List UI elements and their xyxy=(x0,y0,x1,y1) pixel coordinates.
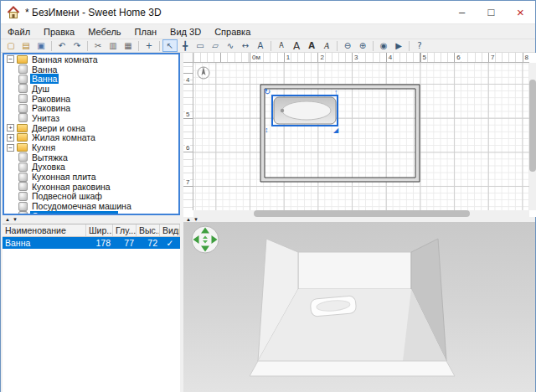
rotate-indicator-icon[interactable]: ↻ xyxy=(264,87,271,96)
tree-item-row[interactable]: Кухонная раковина xyxy=(4,182,178,192)
sink-icon xyxy=(18,94,28,103)
menu-bar: ФайлПравкаМебельПланВид 3DСправка xyxy=(1,24,535,39)
toolbar-bold-button[interactable]: A xyxy=(304,39,319,52)
tree-item-row[interactable]: Ванна xyxy=(4,74,178,84)
tree-category-row[interactable]: −Кухня xyxy=(4,142,178,152)
toolbar-create-dimensions-button[interactable]: ↔ xyxy=(238,39,253,52)
title-bar[interactable]: * БезИмени - Sweet Home 3D – □ × xyxy=(1,1,535,24)
furniture-list-panel[interactable]: НаименованиеШир...Глу...Выс...Видим... В… xyxy=(3,224,180,392)
scrollbar-thumb[interactable] xyxy=(254,210,470,217)
toolbar-pan-button[interactable]: ╋ xyxy=(178,39,193,52)
menu-help[interactable]: Справка xyxy=(208,26,257,38)
menu-furniture[interactable]: Мебель xyxy=(81,26,127,38)
elevation-indicator-icon[interactable]: ↑ xyxy=(334,88,338,96)
menu-view3d[interactable]: Вид 3D xyxy=(163,26,208,38)
plan-vertical-scrollbar[interactable] xyxy=(529,63,536,210)
toolbar-undo-button[interactable]: ↶ xyxy=(54,39,70,52)
tree-item-row[interactable]: Духовка xyxy=(4,162,178,173)
column-header[interactable]: Шир... xyxy=(86,224,113,236)
column-header[interactable]: Выс... xyxy=(137,224,160,236)
tree-item-row[interactable]: Раковина xyxy=(4,94,178,104)
close-button[interactable]: × xyxy=(506,1,535,24)
toolbar-decrease-text-size-button[interactable]: A xyxy=(274,39,289,52)
expand-node-icon[interactable]: + xyxy=(7,134,14,142)
tree-item-label: Жилая комната xyxy=(30,132,97,142)
app-icon xyxy=(7,6,20,19)
tree-item-row[interactable]: Унитаз xyxy=(4,113,178,123)
visible-checkbox[interactable]: ✓ xyxy=(160,237,180,249)
tree-item-row[interactable]: Вытяжка xyxy=(4,152,178,162)
tree-category-row[interactable]: +Жилая комната xyxy=(4,133,178,143)
toolbar-italic-button[interactable]: A xyxy=(319,39,334,52)
window-title: * БезИмени - Sweet Home 3D xyxy=(25,7,447,18)
tree-item-row[interactable]: Душ xyxy=(4,84,178,94)
tree-item-row[interactable]: Посудомоечная машина xyxy=(4,201,178,211)
toolbar-select-button[interactable]: ↖ xyxy=(162,39,178,52)
collapse-node-icon[interactable]: − xyxy=(7,55,14,63)
oven-icon xyxy=(18,162,28,172)
minimize-button[interactable]: – xyxy=(447,1,477,24)
bathtub-plan-item[interactable] xyxy=(274,97,336,124)
toolbar-zoom-out-button[interactable]: ⊖ xyxy=(340,39,355,52)
toolbar-save-button[interactable]: ▣ xyxy=(34,39,49,52)
tree-item-row[interactable]: Раковина xyxy=(4,103,178,113)
toolbar-zoom-in-button[interactable]: ⊕ xyxy=(355,39,370,52)
tree-item-label: Кухонная плита xyxy=(30,172,98,182)
toolbar-open-button[interactable]: ▤ xyxy=(18,39,34,52)
furniture-row[interactable]: Ванна1787772✓ xyxy=(3,237,180,249)
view3d-navigation-compass[interactable] xyxy=(190,224,220,255)
toolbar-separator xyxy=(373,41,374,51)
collapse-up-icon[interactable]: ▲ xyxy=(5,217,10,222)
toolbar-cut-button[interactable]: ✂ xyxy=(90,39,106,52)
front-wall-3d xyxy=(250,361,455,376)
main-toolbar: ▢▤▣↶↷✂▥▦+↖╋▭▱∿↔AAAAA⊖⊕◉▶? xyxy=(1,39,535,53)
toolbar-create-rooms-button[interactable]: ▱ xyxy=(208,39,223,52)
plan-compass[interactable] xyxy=(198,67,209,80)
folder-icon xyxy=(17,133,28,142)
catalog-list-splitter[interactable]: ▲ ▼ xyxy=(3,215,180,224)
cell-width: 178 xyxy=(86,237,113,249)
toolbar-separator xyxy=(51,41,52,51)
toolbar-separator xyxy=(409,41,410,51)
tree-item-label: Двери и окна xyxy=(30,123,87,133)
toolbar-add-texts-button[interactable]: A xyxy=(253,39,268,52)
resize-indicator-icon[interactable]: ◢ xyxy=(333,126,339,134)
toolbar-copy-button[interactable]: ▥ xyxy=(106,39,121,52)
ruler-label: 5 xyxy=(185,111,190,118)
toolbar-create-video-button[interactable]: ▶ xyxy=(391,39,406,52)
menu-plan[interactable]: План xyxy=(128,26,164,38)
menu-file[interactable]: Файл xyxy=(1,26,37,38)
toolbar-redo-button[interactable]: ↷ xyxy=(70,39,85,52)
toolbar-add-furniture-button[interactable]: + xyxy=(142,39,157,52)
tree-category-row[interactable]: −Ванная комната xyxy=(4,54,178,64)
toolbar-separator xyxy=(159,41,160,51)
toolbar-create-polylines-button[interactable]: ∿ xyxy=(223,39,238,52)
ruler-label: 8 xyxy=(524,54,529,61)
toolbar-new-button[interactable]: ▢ xyxy=(3,39,18,52)
collapse-down-icon[interactable]: ▼ xyxy=(13,217,18,222)
menu-edit[interactable]: Правка xyxy=(37,26,81,38)
toolbar-help-button[interactable]: ? xyxy=(412,39,427,52)
maximize-button[interactable]: □ xyxy=(477,1,506,24)
view3d-panel[interactable] xyxy=(183,222,535,392)
toolbar-increase-text-size-button[interactable]: A xyxy=(289,39,304,52)
scrollbar-thumb[interactable] xyxy=(529,80,536,172)
tree-item-row[interactable]: Кухонная плита xyxy=(4,172,178,182)
toolbar-create-walls-button[interactable]: ▭ xyxy=(193,39,208,52)
column-header[interactable]: Глу... xyxy=(113,224,137,236)
expand-node-icon[interactable]: + xyxy=(7,124,14,132)
toolbar-paste-button[interactable]: ▦ xyxy=(121,39,136,52)
column-header[interactable]: Видим... xyxy=(160,224,180,236)
plan-canvas[interactable]: ↻ ↑ ↕ ◢ xyxy=(193,63,529,210)
toolbar-create-photo-button[interactable]: ◉ xyxy=(376,39,391,52)
tree-category-row[interactable]: +Двери и окна xyxy=(4,123,178,133)
plan-panel: 0м12345678 4567 xyxy=(183,53,536,217)
tree-item-row[interactable]: Подвесной шкаф xyxy=(4,192,178,202)
furniture-catalog-panel[interactable]: −Ванная комнатаВаннаВаннаДушРаковинаРако… xyxy=(3,53,180,215)
height-indicator-icon[interactable]: ↕ xyxy=(265,126,269,134)
ruler-label: 4 xyxy=(185,76,190,84)
tree-item-row[interactable]: Ванна xyxy=(4,64,178,75)
plan-horizontal-scrollbar[interactable] xyxy=(193,210,529,217)
column-header[interactable]: Наименование xyxy=(3,224,86,236)
collapse-node-icon[interactable]: − xyxy=(7,144,14,152)
